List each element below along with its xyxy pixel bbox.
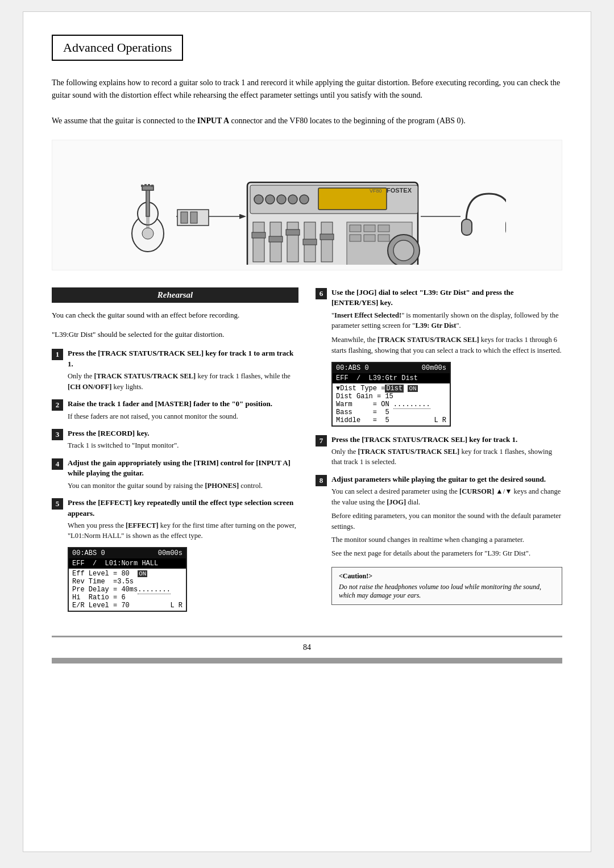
svg-text:FOSTEX: FOSTEX [387,187,412,194]
svg-point-20 [265,195,275,204]
caution-title: <Caution!> [339,572,555,581]
page-number: 84 [52,636,562,652]
step-1-body: Only the [TRACK STATUS/TRACK SEL] key fo… [68,371,298,393]
svg-rect-10 [148,184,150,186]
svg-point-23 [300,195,309,204]
step-3-title: Press the [RECORD] key. [68,428,298,439]
step-8-body-1: You can select a desired parameter using… [331,486,562,508]
svg-rect-9 [144,184,147,186]
step-6-body-1: "Insert Effect Selected!" is momentarily… [331,310,562,332]
svg-rect-37 [378,225,389,232]
step-1-content: Press the [TRACK STATUS/TRACK SEL] key f… [68,348,298,392]
rehearsal-intro-2: "L39:Gtr Dist" should be selected for th… [52,329,298,340]
step-4: 4 Adjust the gain appropriately using th… [52,458,298,491]
svg-rect-39 [364,235,375,241]
svg-rect-40 [378,235,389,241]
step-3-num: 3 [52,429,63,440]
svg-rect-36 [364,225,375,232]
display2-line1-right: 00m00s [422,364,446,372]
diagram-area: FOSTEX VF80 [52,140,562,270]
display1-line1-left: 00:ABS 0 [72,549,105,557]
rehearsal-header: Rehearsal [52,287,298,303]
svg-rect-30 [269,236,283,242]
display2-params: ▼Dist Type =Dist ON Dist Gain = 15 Warm … [333,383,450,425]
step-7-title: Press the [TRACK STATUS/TRACK SEL] key f… [331,435,562,445]
step-6-num: 6 [316,288,327,299]
step-3: 3 Press the [RECORD] key. Track 1 is swi… [52,428,298,451]
svg-point-42 [393,240,414,261]
svg-rect-38 [350,235,361,241]
display-2: 00:ABS 0 00m00s EFF / L39:Gtr Dist ▼Dist… [331,362,562,427]
svg-rect-46 [462,219,472,235]
step-8-num: 8 [316,475,327,486]
step-8-body-3: The monitor sound changes in realtime wh… [331,535,562,545]
svg-rect-28 [321,222,333,262]
step-1: 1 Press the [TRACK STATUS/TRACK SEL] key… [52,348,298,392]
svg-rect-14 [181,212,188,223]
svg-rect-29 [252,232,265,238]
intro-paragraph-1: The following explains how to record a g… [52,77,562,102]
svg-point-19 [254,195,263,204]
step-4-body: You can monitor the guitar sound by rais… [68,481,298,491]
step-7-content: Press the [TRACK STATUS/TRACK SEL] key f… [331,435,562,468]
step-5-content: Press the [EFFECT] key repeatedly until … [68,498,298,612]
page: Advanced Operations The following explai… [23,11,591,852]
svg-rect-26 [287,222,298,262]
step-8: 8 Adjust parameters while playing the gu… [316,474,562,605]
display-1: 00:ABS 0 00m00s EFF / L01:Norm HALL Eff … [68,547,298,612]
setup-diagram: FOSTEX VF80 [108,145,506,265]
step-1-title: Press the [TRACK STATUS/TRACK SEL] key f… [68,348,298,369]
svg-text:VF80: VF80 [370,188,382,194]
step-8-body-2: Before editing parameters, you can monit… [331,511,562,532]
svg-rect-11 [151,185,154,187]
svg-point-7 [142,228,154,239]
step-8-content: Adjust parameters while playing the guit… [331,474,562,605]
two-column-layout: Rehearsal You can check the guitar sound… [52,287,562,619]
intro-paragraph-2: We assume that the guitar is connected t… [52,115,562,127]
display1-line1-right: 00m00s [158,549,182,557]
svg-rect-15 [190,212,197,223]
display1-eff-row: EFF / L01:Norm HALL [69,558,186,569]
caution-body: Do not raise the headphones volume too l… [339,583,555,600]
svg-point-21 [277,195,286,204]
step-3-body: Track 1 is switched to "Input monitor". [68,440,298,451]
step-8-title: Adjust parameters while playing the guit… [331,474,562,485]
step-5-body: When you press the [EFFECT] key for the … [68,520,298,542]
step-7: 7 Press the [TRACK STATUS/TRACK SEL] key… [316,435,562,468]
input-a-label: INPUT A [197,116,229,125]
step-2-num: 2 [52,399,63,411]
rehearsal-intro-1: You can check the guitar sound with an e… [52,310,298,321]
page-title: Advanced Operations [52,35,183,61]
step-2-content: Raise the track 1 fader and [MASTER] fad… [68,399,298,422]
step-7-num: 7 [316,435,327,446]
step-5: 5 Press the [EFFECT] key repeatedly unti… [52,498,298,612]
step-5-num: 5 [52,498,63,510]
caution-box: <Caution!> Do not raise the headphones v… [331,567,562,605]
step-3-content: Press the [RECORD] key. Track 1 is switc… [68,428,298,451]
svg-rect-35 [350,225,361,232]
step-4-num: 4 [52,458,63,470]
step-5-title: Press the [EFFECT] key repeatedly until … [68,498,298,518]
svg-rect-8 [141,185,143,187]
step-8-body-4: See the next page for details about the … [331,548,562,559]
left-column: Rehearsal You can check the guitar sound… [52,287,298,619]
step-7-body: Only the [TRACK STATUS/TRACK SEL] key fo… [331,446,562,468]
step-6-title: Use the [JOG] dial to select "L39: Gtr D… [331,287,562,308]
step-6-body-2: Meanwhile, the [TRACK STATUS/TRACK SEL] … [331,335,562,356]
right-column: 6 Use the [JOG] dial to select "L39: Gtr… [316,287,562,619]
step-2-body: If these faders are not raised, you cann… [68,411,298,422]
step-1-num: 1 [52,349,63,360]
step-2-title: Raise the track 1 fader and [MASTER] fad… [68,399,298,409]
step-4-content: Adjust the gain appropriately using the … [68,458,298,491]
bottom-bar [52,658,562,663]
step-2: 2 Raise the track 1 fader and [MASTER] f… [52,399,298,422]
display2-eff-row: EFF / L39:Gtr Dist [333,373,450,383]
step-4-title: Adjust the gain appropriately using the … [68,458,298,478]
svg-point-22 [288,195,297,204]
display2-line1-left: 00:ABS 0 [336,364,369,372]
svg-rect-32 [303,239,317,245]
display1-params: Eff Level = 80 ON Rev Time =3.5s Pre Del… [69,569,186,611]
svg-rect-33 [320,234,334,240]
svg-rect-31 [286,229,300,235]
step-6-content: Use the [JOG] dial to select "L39: Gtr D… [331,287,562,426]
